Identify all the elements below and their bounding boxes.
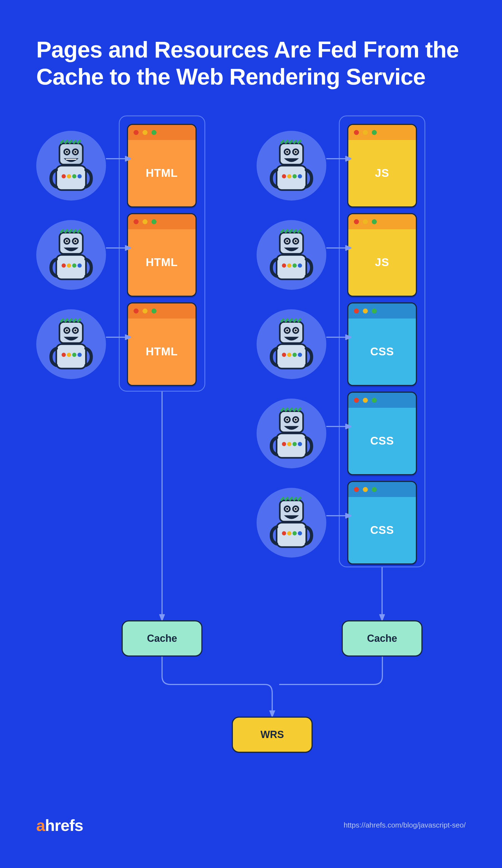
svg-point-42 <box>282 174 286 178</box>
svg-point-15 <box>66 240 68 242</box>
robot-icon <box>257 131 326 200</box>
robot-icon <box>257 220 326 290</box>
window-bar <box>348 482 416 497</box>
file-card-css: CSS <box>347 392 417 475</box>
right-row-3: CSS <box>257 302 417 386</box>
svg-point-78 <box>282 442 286 446</box>
svg-point-76 <box>294 418 297 421</box>
file-card-html: HTML <box>127 302 197 386</box>
svg-point-52 <box>294 240 297 242</box>
source-url: https://ahrefs.com/blog/javascript-seo/ <box>344 821 466 829</box>
svg-marker-99 <box>380 615 384 620</box>
svg-point-90 <box>282 531 286 535</box>
robot-icon <box>36 220 106 290</box>
right-row-1: JS <box>257 124 417 207</box>
svg-point-87 <box>286 508 289 510</box>
svg-point-88 <box>294 508 297 510</box>
svg-rect-41 <box>277 166 306 190</box>
svg-point-32 <box>72 353 76 357</box>
svg-point-44 <box>293 174 297 178</box>
svg-point-33 <box>77 353 82 357</box>
svg-point-64 <box>294 329 297 331</box>
svg-point-28 <box>74 329 76 331</box>
svg-point-92 <box>293 531 297 535</box>
file-card-js: JS <box>347 213 417 297</box>
svg-rect-29 <box>56 344 86 369</box>
svg-point-30 <box>62 353 66 357</box>
file-label: CSS <box>370 345 394 358</box>
file-label: JS <box>375 167 389 179</box>
window-bar <box>128 214 196 229</box>
svg-marker-100 <box>270 711 274 716</box>
file-label: CSS <box>370 435 394 447</box>
svg-rect-5 <box>56 166 86 190</box>
svg-point-21 <box>77 263 82 268</box>
svg-point-57 <box>298 263 302 268</box>
file-card-html: HTML <box>127 124 197 207</box>
svg-rect-53 <box>277 255 306 279</box>
robot-icon <box>257 309 326 379</box>
file-label: HTML <box>146 256 178 269</box>
svg-point-69 <box>298 353 302 357</box>
svg-marker-59 <box>346 246 352 250</box>
diagram: HTML HTML HTML JS <box>36 124 466 710</box>
svg-point-27 <box>66 329 68 331</box>
merge-connector-icon <box>159 657 385 718</box>
cache-chip-right: Cache <box>342 620 422 657</box>
robot-icon <box>36 131 106 200</box>
svg-point-39 <box>286 151 289 153</box>
svg-point-91 <box>287 531 291 535</box>
file-label: HTML <box>146 345 178 358</box>
svg-point-54 <box>282 263 286 268</box>
svg-marker-95 <box>346 514 352 518</box>
robot-icon <box>257 488 326 558</box>
file-label: HTML <box>146 167 178 179</box>
svg-point-55 <box>287 263 291 268</box>
left-row-1: HTML <box>36 124 197 207</box>
svg-point-20 <box>72 263 76 268</box>
file-card-js: JS <box>347 124 417 207</box>
svg-marker-11 <box>125 156 131 161</box>
svg-point-56 <box>293 263 297 268</box>
right-row-4: CSS <box>257 392 417 475</box>
svg-point-80 <box>293 442 297 446</box>
svg-point-93 <box>298 531 302 535</box>
right-row-5: CSS <box>257 481 417 565</box>
file-label: JS <box>375 256 389 269</box>
wrs-chip: WRS <box>232 716 313 753</box>
svg-point-6 <box>62 174 66 178</box>
svg-point-45 <box>298 174 302 178</box>
svg-rect-65 <box>277 344 306 369</box>
window-bar <box>348 393 416 408</box>
svg-point-81 <box>298 442 302 446</box>
svg-point-40 <box>294 151 297 153</box>
svg-point-9 <box>77 174 82 178</box>
svg-point-63 <box>286 329 289 331</box>
arrow-down-icon <box>159 392 165 620</box>
svg-point-79 <box>287 442 291 446</box>
svg-point-8 <box>72 174 76 178</box>
right-row-2: JS <box>257 213 417 297</box>
svg-rect-17 <box>56 255 86 279</box>
window-bar <box>128 303 196 319</box>
svg-rect-77 <box>277 433 306 458</box>
window-bar <box>348 214 416 229</box>
svg-point-4 <box>74 151 76 153</box>
svg-marker-97 <box>160 615 164 620</box>
svg-marker-83 <box>346 424 352 429</box>
svg-point-43 <box>287 174 291 178</box>
window-bar <box>348 125 416 140</box>
file-card-css: CSS <box>347 481 417 565</box>
left-row-3: HTML <box>36 302 197 386</box>
svg-point-3 <box>66 151 68 153</box>
arrow-down-icon <box>379 567 385 620</box>
brand-logo: ahrefs <box>36 816 83 835</box>
svg-point-7 <box>67 174 71 178</box>
svg-point-75 <box>286 418 289 421</box>
svg-marker-47 <box>346 156 352 161</box>
file-label: CSS <box>370 524 394 536</box>
svg-point-19 <box>67 263 71 268</box>
svg-marker-71 <box>346 335 352 339</box>
svg-point-67 <box>287 353 291 357</box>
svg-marker-35 <box>125 335 131 339</box>
